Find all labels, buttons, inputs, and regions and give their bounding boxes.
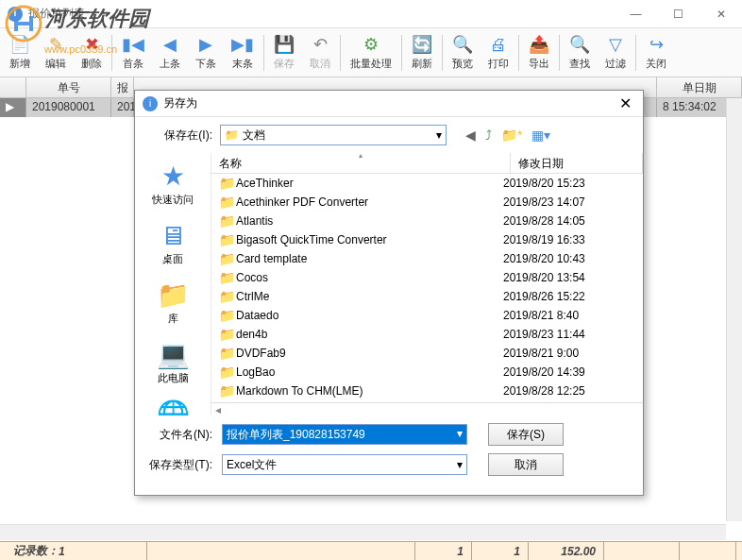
chevron-down-icon: ▾	[436, 128, 442, 142]
save-as-dialog: i 另存为 ✕ 保存在(I): 📁 文档 ▾ ◀ ⤴ 📁* ▦▾ ★快速访问🖥桌…	[134, 90, 644, 496]
sidebar-此电脑[interactable]: 💻此电脑	[157, 339, 190, 385]
toolbar-下条[interactable]: ▶下条	[188, 30, 224, 75]
grid-col-id[interactable]: 单号	[26, 77, 111, 97]
dialog-icon: i	[143, 96, 158, 111]
record-count: 记录数：1	[6, 542, 147, 560]
file-list-header: ▴ 名称 修改日期	[211, 153, 643, 174]
grid-col-date[interactable]: 单日期	[657, 77, 742, 97]
view-menu-icon[interactable]: ▦▾	[531, 127, 550, 143]
dialog-title-bar: i 另存为 ✕	[135, 91, 643, 117]
toolbar-批量处理[interactable]: ⚙批量处理	[343, 30, 399, 75]
toolbar-查找[interactable]: 🔍查找	[562, 30, 598, 75]
file-item[interactable]: 📁LogBao2019/8/20 14:39	[211, 363, 643, 382]
dialog-close-button[interactable]: ✕	[616, 94, 635, 112]
toolbar-预览[interactable]: 🔍预览	[445, 30, 481, 75]
title-bar: i 报价单列表 — ☐ ✕	[0, 0, 742, 28]
file-item[interactable]: 📁Markdown To CHM(LME)2019/8/28 12:25	[211, 382, 643, 400]
file-item[interactable]: 📁Atlantis2019/8/28 14:05	[211, 212, 643, 230]
folder-icon: 📁	[225, 128, 239, 142]
grid-col-selector[interactable]	[0, 77, 26, 97]
dialog-title-text: 另存为	[163, 95, 197, 111]
col-date[interactable]: 修改日期	[511, 153, 643, 173]
sidebar-桌面[interactable]: 🖥桌面	[160, 220, 186, 266]
toolbar-首条[interactable]: ▮◀首条	[114, 30, 152, 75]
minimize-button[interactable]: —	[615, 0, 657, 28]
toolbar-保存[interactable]: 💾保存	[266, 30, 302, 75]
file-item[interactable]: 📁den4b2019/8/23 11:44	[211, 325, 643, 344]
file-item[interactable]: 📁AceThinker2019/8/20 15:23	[211, 174, 643, 193]
file-item[interactable]: 📁DVDFab92019/8/21 9:00	[211, 344, 643, 363]
grid-col-2[interactable]: 报	[111, 77, 134, 97]
file-item[interactable]: 📁Card template2019/8/20 10:43	[211, 249, 643, 268]
toolbar-刷新[interactable]: 🔄刷新	[404, 30, 440, 75]
filetype-combo[interactable]: Excel文件 ▾	[222, 454, 467, 475]
maximize-button[interactable]: ☐	[657, 0, 700, 28]
main-toolbar: 📄新增✎编辑✖删除▮◀首条◀上条▶下条▶▮末条💾保存↶取消⚙批量处理🔄刷新🔍预览…	[0, 28, 742, 77]
sidebar-库[interactable]: 📁库	[157, 280, 190, 326]
toolbar-关闭[interactable]: ↪关闭	[638, 30, 674, 75]
window-title: 报价单列表	[28, 6, 85, 22]
toolbar-末条[interactable]: ▶▮末条	[224, 30, 261, 75]
toolbar-新增[interactable]: 📄新增	[2, 30, 38, 75]
file-item[interactable]: 📁Bigasoft QuickTime Converter2019/8/19 1…	[211, 230, 643, 249]
file-item[interactable]: 📁Cocos2019/8/20 13:54	[211, 268, 643, 287]
file-item[interactable]: 📁CtrlMe2019/8/26 15:22	[211, 287, 643, 306]
up-icon[interactable]: ⤴	[485, 127, 492, 143]
cancel-button[interactable]: 取消	[488, 453, 564, 476]
horizontal-scrollbar[interactable]	[0, 524, 726, 540]
sidebar-网络[interactable]: 🌐网络	[157, 399, 190, 416]
sidebar-快速访问[interactable]: ★快速访问	[152, 161, 194, 207]
app-icon: i	[8, 7, 23, 22]
toolbar-导出[interactable]: 📤导出	[521, 30, 557, 75]
file-item[interactable]: 📁Dataedo2019/8/21 8:40	[211, 306, 643, 325]
toolbar-过滤[interactable]: ▽过滤	[598, 30, 633, 75]
back-icon[interactable]: ◀	[465, 127, 476, 143]
vertical-scrollbar[interactable]	[726, 98, 742, 521]
filename-input[interactable]: 报价单列表_190828153749▾	[222, 424, 467, 445]
new-folder-icon[interactable]: 📁*	[501, 127, 522, 143]
close-button[interactable]: ✕	[700, 0, 742, 28]
file-item[interactable]: 📁Acethinker PDF Converter2019/8/23 14:07	[211, 193, 643, 212]
file-list[interactable]: 📁AceThinker2019/8/20 15:23📁Acethinker PD…	[211, 174, 643, 402]
horizontal-scroll-indicator[interactable]: ◂	[211, 402, 643, 416]
save-button[interactable]: 保存(S)	[488, 423, 564, 446]
toolbar-上条[interactable]: ◀上条	[152, 30, 188, 75]
save-in-label: 保存在(I):	[148, 127, 212, 144]
filename-label: 文件名(N):	[148, 427, 212, 443]
col-name[interactable]: ▴ 名称	[211, 153, 511, 173]
filetype-label: 保存类型(T):	[148, 457, 212, 473]
status-bar: 记录数：1 1 1 152.00	[0, 541, 742, 560]
toolbar-删除[interactable]: ✖删除	[74, 30, 110, 75]
chevron-down-icon: ▾	[457, 458, 463, 471]
toolbar-打印[interactable]: 🖨打印	[481, 30, 516, 75]
toolbar-编辑[interactable]: ✎编辑	[38, 30, 74, 75]
location-bar: 保存在(I): 📁 文档 ▾ ◀ ⤴ 📁* ▦▾	[135, 117, 643, 153]
places-sidebar: ★快速访问🖥桌面📁库💻此电脑🌐网络	[135, 153, 211, 416]
toolbar-取消[interactable]: ↶取消	[302, 30, 338, 75]
location-combo[interactable]: 📁 文档 ▾	[220, 125, 447, 145]
